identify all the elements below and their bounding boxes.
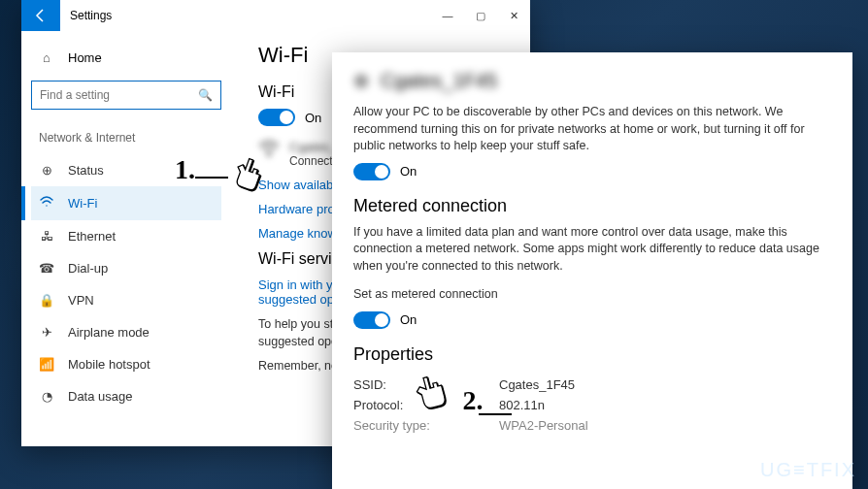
prop-value: WPA2-Personal [499,418,588,433]
metered-description: If you have a limited data plan and want… [353,224,831,276]
table-row: Protocol: 802.11n [353,395,831,415]
wifi-icon [39,195,54,212]
sidebar-item-label: Ethernet [68,229,116,244]
metered-heading: Metered connection [353,196,831,216]
table-row: SSID: Cgates_1F45 [353,375,831,395]
toggle-state: On [400,164,417,179]
sidebar-item-label: Mobile hotspot [68,357,150,372]
prop-key: Security type: [353,418,499,433]
prop-key: Protocol: [353,398,499,412]
network-detail-window: ⚙ Cgates_1F45 Allow your PC to be discov… [332,52,852,489]
toggle-track [258,109,295,126]
home-label: Home [68,50,102,65]
search-icon: 🔍 [198,88,213,102]
minimize-button[interactable]: — [431,0,464,31]
detail-header: ⚙ Cgates_1F45 [353,70,831,92]
vpn-icon: 🔒 [39,293,54,308]
detail-network-name: Cgates_1F45 [381,70,497,92]
sidebar-item-datausage[interactable]: ◔ Data usage [31,380,221,412]
hotspot-icon: 📶 [39,357,54,372]
sidebar-item-ethernet[interactable]: 🖧 Ethernet [31,220,221,252]
properties-table: SSID: Cgates_1F45 Protocol: 802.11n Secu… [353,375,831,436]
home-icon: ⌂ [39,50,54,65]
gear-icon: ⚙ [353,71,369,92]
ethernet-icon: 🖧 [39,229,54,244]
sidebar-item-label: Dial-up [68,261,108,276]
sidebar-item-airplane[interactable]: ✈ Airplane mode [31,316,221,348]
discover-description: Allow your PC to be discoverable by othe… [353,104,831,155]
metered-label: Set as metered connection [353,286,831,304]
sidebar-item-vpn[interactable]: 🔒 VPN [31,284,221,316]
discoverable-toggle[interactable]: On [353,163,831,180]
properties-heading: Properties [353,344,831,365]
sidebar: ⌂ Home 🔍 Network & Internet ⊕ Status Wi-… [21,37,231,420]
sidebar-item-wifi[interactable]: Wi-Fi [31,186,221,220]
home-nav[interactable]: ⌂ Home [31,45,221,71]
sidebar-item-dialup[interactable]: ☎ Dial-up [31,252,221,284]
data-icon: ◔ [39,389,54,404]
sidebar-item-label: Data usage [68,389,133,404]
sidebar-item-hotspot[interactable]: 📶 Mobile hotspot [31,348,221,380]
table-row: Security type: WPA2-Personal [353,415,831,436]
section-label: Network & Internet [31,127,221,154]
sidebar-item-status[interactable]: ⊕ Status [31,154,221,186]
svg-point-0 [268,154,271,157]
close-button[interactable]: ✕ [497,0,530,31]
status-icon: ⊕ [39,163,54,178]
search-input[interactable] [40,88,198,102]
window-title: Settings [60,9,431,22]
metered-toggle[interactable]: On [353,311,831,329]
search-box[interactable]: 🔍 [31,81,221,110]
watermark: UG≡TFIX [760,459,856,481]
prop-value: Cgates_1F45 [499,377,575,392]
sidebar-item-label: Wi-Fi [68,196,97,211]
back-button[interactable] [21,0,60,31]
toggle-track [353,311,390,329]
airplane-icon: ✈ [39,325,54,340]
toggle-track [353,163,390,180]
titlebar: Settings — ▢ ✕ [21,0,530,31]
toggle-state: On [400,312,417,327]
prop-value: 802.11n [499,398,545,412]
sidebar-item-label: VPN [68,293,94,308]
sidebar-item-label: Status [68,163,104,178]
sidebar-item-label: Airplane mode [68,325,150,340]
wifi-signal-icon [258,140,280,162]
dialup-icon: ☎ [39,261,54,276]
toggle-state: On [305,111,321,125]
prop-key: SSID: [353,377,499,392]
maximize-button[interactable]: ▢ [464,0,497,31]
